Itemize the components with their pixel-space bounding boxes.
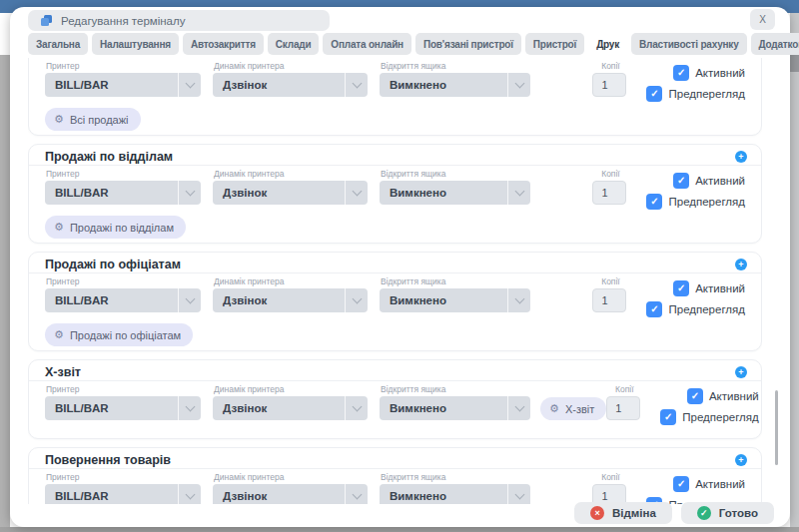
tab-avtozakryttia[interactable]: Автозакриття bbox=[183, 33, 264, 55]
chevron-down-icon bbox=[345, 288, 368, 312]
chevron-down-icon bbox=[507, 73, 530, 97]
edit-terminal-modal: Редагування терміналу X Загальна Налашту… bbox=[10, 7, 790, 527]
section-all-sales: + Принтер BILL/BAR Динамік принтера bbox=[28, 58, 762, 136]
active-checkbox-label: Активний bbox=[709, 390, 759, 402]
fields-row: Принтер BILL/BAR Динамік принтера Дзвіно… bbox=[29, 166, 761, 216]
printer-field: Принтер BILL/BAR bbox=[45, 277, 201, 312]
printer-value: BILL/BAR bbox=[55, 490, 109, 502]
drawer-field: Відкриття ящика Вимкнено bbox=[380, 473, 530, 504]
speaker-select[interactable]: Дзвінок bbox=[213, 396, 368, 420]
print-settings-badge[interactable]: ⚙ Продажі по відділам bbox=[45, 216, 186, 239]
tab-zahalna[interactable]: Загальна bbox=[28, 33, 88, 55]
speaker-select[interactable]: Дзвінок bbox=[213, 181, 368, 205]
add-circle-icon[interactable]: + bbox=[735, 151, 747, 163]
active-checkbox[interactable]: ✓ bbox=[673, 280, 689, 296]
speaker-field: Динамік принтера Дзвінок bbox=[213, 473, 368, 504]
active-checkbox[interactable]: ✓ bbox=[687, 388, 703, 404]
preview-checkbox[interactable]: ✓ bbox=[646, 194, 662, 210]
printer-select[interactable]: BILL/BAR bbox=[45, 396, 201, 420]
chevron-down-icon bbox=[178, 288, 201, 312]
active-checkbox[interactable]: ✓ bbox=[673, 173, 689, 189]
drawer-select[interactable]: Вимкнено bbox=[380, 396, 530, 420]
tab-sklady[interactable]: Склади bbox=[268, 33, 320, 55]
gear-icon: ⚙ bbox=[549, 403, 559, 414]
copies-label: Копії bbox=[592, 62, 628, 71]
speaker-value: Дзвінок bbox=[223, 294, 267, 306]
printer-select[interactable]: BILL/BAR bbox=[45, 181, 201, 205]
copies-input[interactable] bbox=[592, 181, 626, 205]
drawer-select[interactable]: Вимкнено bbox=[380, 73, 530, 97]
window-icon bbox=[40, 14, 53, 27]
copies-label: Копії bbox=[592, 170, 628, 179]
section-product-returns: Повернення товарів + Принтер BILL/BAR Ди… bbox=[28, 447, 762, 504]
tab-dodatkovo[interactable]: Додатково bbox=[751, 33, 799, 55]
tab-prystroi[interactable]: Пристрої bbox=[525, 33, 584, 55]
check-icon: ✓ bbox=[691, 391, 699, 401]
done-button[interactable]: ✓ Готово bbox=[681, 502, 774, 524]
close-button[interactable]: X bbox=[750, 9, 775, 30]
drawer-field: Відкриття ящика Вимкнено bbox=[380, 385, 530, 420]
add-circle-icon[interactable]: + bbox=[735, 366, 747, 378]
tab-poviazani-prystroi[interactable]: Пов'язані пристрої bbox=[415, 33, 521, 55]
speaker-label: Динамік принтера bbox=[214, 385, 368, 394]
tab-nalashtuvannia[interactable]: Налаштування bbox=[92, 33, 179, 55]
drawer-field: Відкриття ящика Вимкнено bbox=[380, 277, 530, 312]
speaker-value: Дзвінок bbox=[223, 490, 267, 502]
badge-label: Всі продажі bbox=[70, 114, 129, 126]
copies-input[interactable] bbox=[592, 288, 626, 312]
active-checkbox-row: ✓ Активний bbox=[673, 280, 745, 296]
drawer-select[interactable]: Вимкнено bbox=[380, 484, 530, 504]
print-settings-badge[interactable]: ⚙ Продажі по офіціатам bbox=[45, 323, 193, 346]
printer-select[interactable]: BILL/BAR bbox=[45, 73, 201, 97]
active-checkbox-row: ✓ Активний bbox=[673, 65, 745, 81]
badge-row: ⚙ Всі продажі bbox=[29, 108, 761, 135]
printer-select[interactable]: BILL/BAR bbox=[45, 484, 201, 504]
vertical-scrollbar-thumb[interactable] bbox=[775, 390, 778, 465]
copies-field: Копії bbox=[592, 277, 628, 312]
tab-druk[interactable]: Друк bbox=[588, 33, 627, 55]
cancel-button[interactable]: × Відміна bbox=[574, 502, 672, 524]
check-icon: ✓ bbox=[677, 68, 685, 78]
active-checkbox-label: Активний bbox=[695, 175, 745, 187]
checkbox-column: ✓ Активний ✓ Предперегляд bbox=[646, 280, 745, 322]
tab-vlastyvosti-rakhunku[interactable]: Властивості рахунку bbox=[631, 33, 746, 55]
check-icon: ✓ bbox=[650, 304, 658, 314]
chevron-down-icon bbox=[178, 73, 201, 97]
add-circle-icon[interactable]: + bbox=[735, 454, 747, 466]
active-checkbox[interactable]: ✓ bbox=[673, 65, 689, 81]
badge-label: X-звіт bbox=[565, 403, 594, 415]
chevron-down-icon bbox=[507, 396, 530, 420]
preview-checkbox[interactable]: ✓ bbox=[646, 301, 662, 317]
badge-label: Продажі по офіціатам bbox=[70, 329, 181, 341]
copies-input[interactable] bbox=[592, 73, 626, 97]
speaker-select[interactable]: Дзвінок bbox=[213, 73, 368, 97]
scroll-content: + Принтер BILL/BAR Динамік принтера bbox=[28, 58, 762, 504]
checkbox-column: ✓ Активний ✓ Предперегляд bbox=[646, 173, 745, 215]
copies-input[interactable] bbox=[592, 484, 626, 504]
check-icon: ✓ bbox=[677, 176, 685, 186]
speaker-field: Динамік принтера Дзвінок bbox=[213, 385, 368, 420]
copies-field: Копії bbox=[606, 385, 642, 420]
print-settings-badge[interactable]: ⚙ Всі продажі bbox=[45, 108, 141, 131]
printer-select[interactable]: BILL/BAR bbox=[45, 288, 201, 312]
copies-label: Копії bbox=[606, 385, 642, 394]
drawer-label: Відкриття ящика bbox=[381, 62, 530, 71]
speaker-select[interactable]: Дзвінок bbox=[213, 288, 368, 312]
check-icon: ✓ bbox=[650, 89, 658, 99]
tab-oplata-onlain[interactable]: Оплата онлайн bbox=[323, 33, 411, 55]
print-settings-badge[interactable]: ⚙ X-звіт bbox=[540, 397, 606, 420]
drawer-select[interactable]: Вимкнено bbox=[380, 288, 530, 312]
chevron-down-icon bbox=[178, 181, 201, 205]
add-circle-icon[interactable]: + bbox=[735, 259, 747, 270]
window-title-bar: Редагування терміналу bbox=[28, 10, 330, 31]
active-checkbox-row: ✓ Активний bbox=[687, 388, 759, 404]
chevron-down-icon bbox=[345, 181, 368, 205]
preview-checkbox[interactable]: ✓ bbox=[660, 409, 676, 425]
copies-input[interactable] bbox=[606, 396, 640, 420]
active-checkbox[interactable]: ✓ bbox=[673, 476, 689, 492]
printer-value: BILL/BAR bbox=[55, 187, 109, 199]
preview-checkbox[interactable]: ✓ bbox=[646, 86, 662, 102]
speaker-label: Динамік принтера bbox=[214, 170, 368, 179]
speaker-select[interactable]: Дзвінок bbox=[213, 484, 368, 504]
drawer-select[interactable]: Вимкнено bbox=[380, 181, 530, 205]
